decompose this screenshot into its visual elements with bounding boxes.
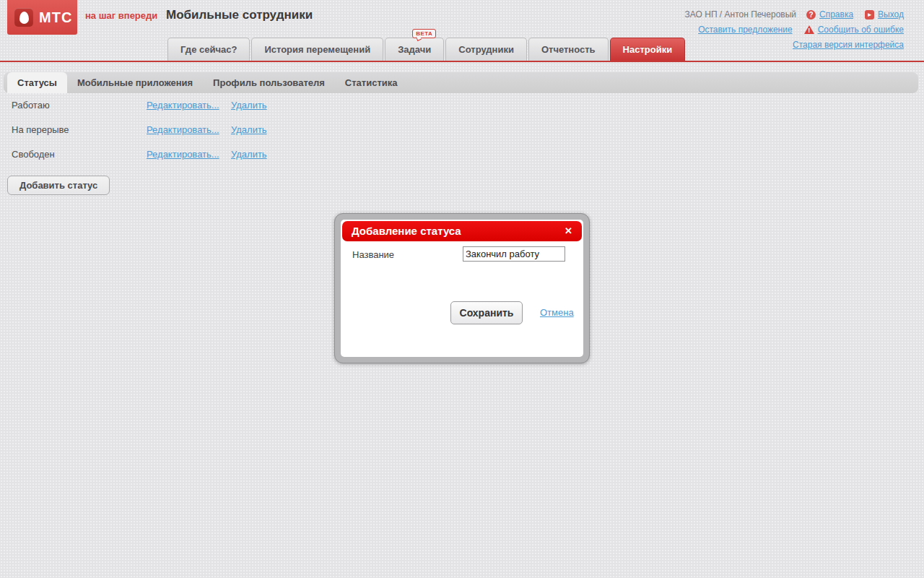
mts-logo-text: МТС <box>39 9 72 26</box>
report-error-icon: ! <box>804 25 814 34</box>
status-row: Свободен Редактировать... Удалить <box>12 149 267 173</box>
close-icon[interactable]: ✕ <box>565 221 572 241</box>
status-name: Свободен <box>12 149 147 173</box>
edit-status-link[interactable]: Редактировать... <box>147 100 219 111</box>
status-name: На перерыве <box>12 124 147 149</box>
feedback-link[interactable]: Оставить предложение <box>698 25 793 35</box>
dialog-panel: Добавление статуса ✕ Название Сохранить … <box>341 220 583 357</box>
delete-status-link[interactable]: Удалить <box>231 149 267 173</box>
tab-reports[interactable]: Отчетность <box>528 38 609 61</box>
mts-egg-icon <box>14 8 33 27</box>
delete-status-link[interactable]: Удалить <box>231 100 267 124</box>
header-row-1: ЗАО НП / Антон Печеровый ? Справка ► Вых… <box>685 9 904 20</box>
logout-link[interactable]: Выход <box>878 9 904 20</box>
header-row-3: Старая версия интерфейса <box>685 40 904 50</box>
tab-tasks[interactable]: Задачи BETA <box>385 38 444 61</box>
beta-badge: BETA <box>412 29 436 38</box>
settings-sub-tabs: Статусы Мобильные приложения Профиль пол… <box>4 72 918 93</box>
save-button[interactable]: Сохранить <box>450 301 523 324</box>
help-link[interactable]: Справка <box>819 9 853 20</box>
status-list: Работаю Редактировать... Удалить На пере… <box>12 100 267 173</box>
header-user-area: ЗАО НП / Антон Печеровый ? Справка ► Вых… <box>685 9 904 55</box>
current-user: ЗАО НП / Антон Печеровый <box>685 9 796 20</box>
add-status-button[interactable]: Добавить статус <box>7 176 110 195</box>
sub-tab-mobile-apps[interactable]: Мобильные приложения <box>67 72 203 93</box>
name-field-label: Название <box>352 249 394 260</box>
sub-tab-user-profile[interactable]: Профиль пользователя <box>203 72 335 93</box>
tab-movement-history[interactable]: История перемещений <box>251 38 383 61</box>
logout-icon: ► <box>865 10 874 20</box>
app-title: Мобильные сотрудники <box>166 8 313 22</box>
help-icon: ? <box>806 10 816 20</box>
edit-status-link[interactable]: Редактировать... <box>147 124 219 135</box>
status-name-input[interactable] <box>463 246 565 262</box>
tab-settings[interactable]: Настройки <box>610 38 686 61</box>
sub-tab-statistics[interactable]: Статистика <box>335 72 408 93</box>
add-status-dialog: Добавление статуса ✕ Название Сохранить … <box>334 213 590 363</box>
old-version-link[interactable]: Старая версия интерфейса <box>793 40 904 50</box>
main-nav-tabs: Где сейчас? История перемещений Задачи B… <box>167 38 685 61</box>
brand-slogan: на шаг впереди <box>85 10 157 21</box>
status-row: На перерыве Редактировать... Удалить <box>12 124 267 149</box>
tab-employees[interactable]: Сотрудники <box>445 38 527 61</box>
dialog-title: Добавление статуса <box>352 225 461 237</box>
status-row: Работаю Редактировать... Удалить <box>12 100 267 124</box>
edit-status-link[interactable]: Редактировать... <box>147 149 219 160</box>
status-name: Работаю <box>12 100 147 124</box>
sub-tab-statuses[interactable]: Статусы <box>7 72 67 93</box>
header-row-2: Оставить предложение ! Сообщить об ошибк… <box>685 25 904 35</box>
report-error-link[interactable]: Сообщить об ошибке <box>818 25 904 35</box>
cancel-link[interactable]: Отмена <box>540 307 574 318</box>
mts-logo: МТС <box>7 0 77 35</box>
delete-status-link[interactable]: Удалить <box>231 124 267 149</box>
header-red-divider <box>0 61 924 62</box>
tab-where-now[interactable]: Где сейчас? <box>167 38 250 61</box>
dialog-title-bar: Добавление статуса ✕ <box>342 221 582 241</box>
